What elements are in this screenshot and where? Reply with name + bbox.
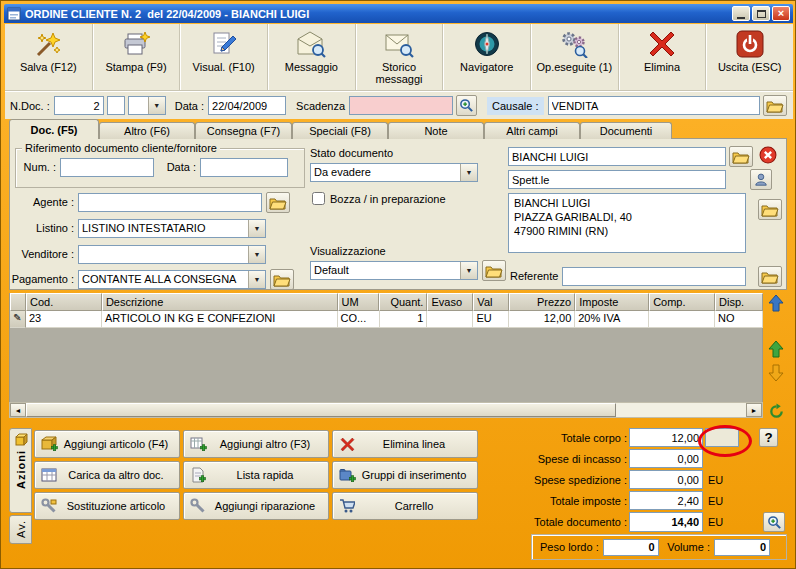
cliente-clear-button[interactable] [758,146,777,165]
spese-incasso-input[interactable] [629,449,703,468]
cell-imposte[interactable]: 20% IVA [575,311,649,328]
listino-dropdown[interactable]: LISTINO INTESTATARIO ▼ [78,219,266,238]
contact-button[interactable] [750,169,772,190]
salva-button[interactable]: Salva (F12) [5,24,93,90]
dropdown-arrow-icon[interactable]: ▼ [148,97,165,114]
venditore-dropdown[interactable]: ▼ [78,245,266,264]
tab-consegna[interactable]: Consegna (F7) [195,122,292,139]
scrollbar-track[interactable] [26,403,746,417]
tab-altri-campi[interactable]: Altri campi [484,122,580,139]
cell-descrizione[interactable]: ARTICOLO IN KG E CONFEZIONI [102,311,338,328]
cell-um[interactable]: CO... [338,311,380,328]
aggiungi-articolo-button[interactable]: Aggiungi articolo (F4) [34,430,180,458]
indirizzo-box[interactable]: BIANCHI LUIGI PIAZZA GARIBALDI, 40 47900… [508,193,746,253]
storico-messaggi-button[interactable]: Storico messaggi [356,24,444,90]
totale-corpo-extra-input[interactable] [705,428,739,447]
dropdown-arrow-icon[interactable]: ▼ [248,271,265,288]
tab-note[interactable]: Note [388,122,484,139]
bozza-checkbox[interactable] [312,192,325,205]
peso-lordo-input[interactable] [603,539,659,556]
col-header-imposte[interactable]: Imposte [575,293,649,311]
col-header-descrizione[interactable]: Descrizione [102,293,338,311]
elimina-button[interactable]: Elimina [619,24,707,90]
maximize-button[interactable] [752,6,770,21]
referente-input[interactable] [562,267,746,286]
scroll-top-button[interactable] [766,293,786,313]
data-input[interactable] [208,96,286,115]
cell-comp[interactable] [649,311,715,328]
ndoc-suffix-input[interactable] [107,96,125,115]
ndoc-type-dropdown[interactable]: ▼ [128,96,166,115]
cell-val[interactable]: EU [473,311,509,328]
totale-zoom-button[interactable] [763,512,785,532]
cell-disp[interactable]: NO [715,311,763,328]
spettle-input[interactable] [508,170,726,189]
lista-rapida-button[interactable]: Lista rapida [183,461,329,489]
totale-imposte-input[interactable] [629,491,703,510]
tab-documenti[interactable]: Documenti [580,122,672,139]
stampa-button[interactable]: Stampa (F9) [93,24,181,90]
col-header-prezzo[interactable]: Prezzo [509,293,575,311]
pagamento-folder-button[interactable] [270,269,294,290]
totale-corpo-input[interactable] [629,428,703,447]
pagamento-dropdown[interactable]: CONTANTE ALLA CONSEGNA ▼ [78,270,266,289]
cell-quant[interactable]: 1 [380,311,428,328]
scadenza-zoom-button[interactable] [456,95,477,116]
col-header-quant[interactable]: Quant. [379,293,427,311]
op-eseguite-button[interactable]: Op.eseguite (1) [531,24,619,90]
col-header-comp[interactable]: Comp. [649,293,715,311]
move-row-down-button[interactable] [766,363,786,383]
visual-button[interactable]: Visual. (F10) [180,24,268,90]
cell-evaso[interactable] [427,311,473,328]
agente-folder-button[interactable] [266,192,290,213]
scadenza-input[interactable] [349,96,453,115]
question-button[interactable]: ? [759,428,778,447]
dropdown-arrow-icon[interactable]: ▼ [460,262,477,279]
cell-cod[interactable]: 23 [26,311,102,328]
agente-input[interactable] [78,193,262,212]
tab-av[interactable]: Av. [9,515,32,544]
elimina-linea-button[interactable]: Elimina linea [332,430,478,458]
dropdown-arrow-icon[interactable]: ▼ [248,246,265,263]
close-button[interactable]: × [772,6,790,21]
dropdown-arrow-icon[interactable]: ▼ [460,164,477,181]
titlebar[interactable]: ORDINE CLIENTE N. 2 del 22/04/2009 - BIA… [4,4,793,23]
causale-folder-button[interactable] [763,95,787,116]
move-row-up-button[interactable] [766,339,786,359]
cell-prezzo[interactable]: 12,00 [509,311,575,328]
col-header-cod[interactable]: Cod. [26,293,102,311]
messaggio-button[interactable]: Messaggio [268,24,356,90]
dropdown-arrow-icon[interactable]: ▼ [248,220,265,237]
num-input[interactable] [60,158,154,177]
aggiungi-altro-button[interactable]: Aggiungi altro (F3) [183,430,329,458]
referente-folder-button[interactable] [758,266,782,287]
rif-data-input[interactable] [200,158,288,177]
aggiungi-riparazione-button[interactable]: Aggiungi riparazione [183,492,329,520]
visualizzazione-folder-button[interactable] [482,260,506,281]
carrello-button[interactable]: Carrello [332,492,478,520]
carica-da-altro-doc-button[interactable]: Carica da altro doc. [34,461,180,489]
cliente-input[interactable] [508,147,726,166]
gruppi-di-inserimento-button[interactable]: Gruppi di inserimento [332,461,478,489]
col-header-val[interactable]: Val [473,293,509,311]
tab-doc[interactable]: Doc. (F5) [9,119,99,139]
spese-spedizione-input[interactable] [629,470,703,489]
col-header-evaso[interactable]: Evaso [427,293,473,311]
tab-speciali[interactable]: Speciali (F8) [292,122,388,139]
cliente-folder-button[interactable] [729,146,753,167]
visualizzazione-dropdown[interactable]: Default ▼ [310,261,478,280]
scroll-right-icon[interactable]: ► [746,403,762,417]
causale-input[interactable] [548,96,760,115]
totale-documento-input[interactable] [629,512,703,532]
volume-input[interactable] [714,539,770,556]
indirizzo-folder-button[interactable] [758,199,782,220]
scrollbar-thumb[interactable] [26,403,616,417]
stato-dropdown[interactable]: Da evadere ▼ [310,163,478,182]
sostituzione-articolo-button[interactable]: Sostituzione articolo [34,492,180,520]
tab-azioni[interactable]: Azioni [9,428,32,513]
col-header-um[interactable]: UM [338,293,380,311]
table-row[interactable]: ✎ 23 ARTICOLO IN KG E CONFEZIONI CO... 1… [10,311,763,328]
navigatore-button[interactable]: Navigatore [443,24,531,90]
refresh-button[interactable] [766,401,786,421]
grid-horizontal-scrollbar[interactable]: ◄ ► [9,402,763,418]
